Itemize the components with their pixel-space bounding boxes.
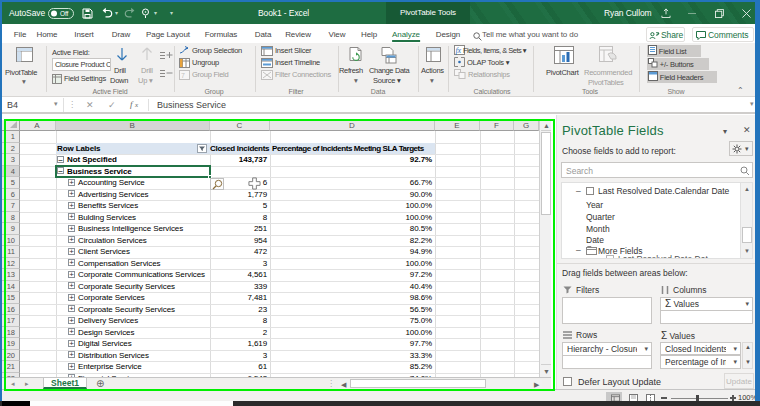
svg-text:7: 7: [181, 72, 185, 79]
svg-text:Off: Off: [60, 10, 69, 17]
svg-text:fx: fx: [456, 46, 462, 55]
